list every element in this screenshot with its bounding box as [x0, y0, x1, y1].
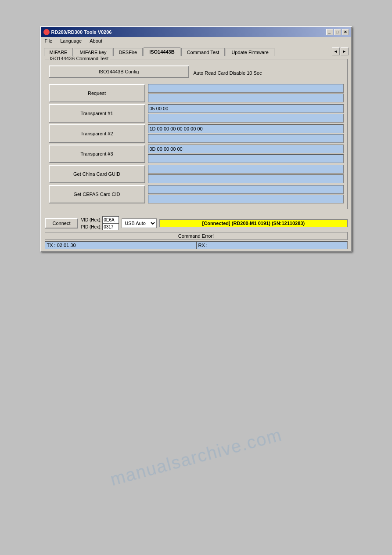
menu-language[interactable]: Language	[58, 38, 83, 44]
content-area: ISO14443B Command Test ISO14443B Config …	[41, 56, 351, 214]
transparent2-inputs	[148, 124, 344, 143]
title-bar-left: RD200/RD300 Tools V0206	[43, 29, 112, 35]
china-guid-input1[interactable]	[148, 165, 344, 174]
request-button[interactable]: Request	[49, 84, 145, 102]
china-guid-inputs	[148, 165, 344, 183]
watermark: manualsarchive.com	[108, 425, 284, 490]
iso14443b-group: ISO14443B Command Test ISO14443B Config …	[45, 59, 348, 209]
close-button[interactable]: ✕	[342, 29, 349, 35]
main-window: RD200/RD300 Tools V0206 _ □ ✕ File Langu…	[40, 26, 352, 252]
transparent2-row: Transparent #2	[49, 124, 344, 143]
title-bar: RD200/RD300 Tools V0206 _ □ ✕	[41, 27, 351, 37]
minimize-button[interactable]: _	[326, 29, 333, 35]
tx-field: TX : 02 01 30	[45, 241, 196, 249]
cepas-cid-input2[interactable]	[148, 195, 344, 203]
group-title: ISO14443B Command Test	[49, 56, 110, 61]
app-icon	[43, 29, 50, 35]
usb-select[interactable]: USB Auto	[122, 218, 157, 228]
title-bar-buttons: _ □ ✕	[326, 29, 349, 35]
china-guid-row: Get China Card GUID	[49, 165, 344, 183]
transparent1-input1[interactable]	[148, 104, 344, 113]
transparent1-inputs	[148, 104, 344, 123]
tabs-row: MIFARE MIFARE key DESFire ISO14443B Comm…	[41, 45, 351, 56]
transparent3-row: Transparent #3	[49, 145, 344, 163]
vid-input[interactable]	[102, 216, 119, 223]
connect-button[interactable]: Connect	[45, 218, 79, 229]
request-input1[interactable]	[148, 84, 344, 93]
connect-row: Connect VID (Hex): PID (Hex): USB Auto […	[45, 216, 348, 230]
cepas-cid-input1[interactable]	[148, 185, 344, 194]
request-inputs	[148, 84, 344, 102]
bottom-section: Connect VID (Hex): PID (Hex): USB Auto […	[41, 214, 351, 251]
maximize-button[interactable]: □	[334, 29, 341, 35]
menu-bar: File Language About	[41, 37, 351, 45]
transparent3-inputs	[148, 145, 344, 163]
tab-prev-button[interactable]: ◄	[332, 47, 340, 55]
request-input2[interactable]	[148, 94, 344, 102]
pid-label: PID (Hex):	[81, 225, 101, 229]
connection-status: [Connected] (RD200-M1 0191) (SN:12110283…	[159, 219, 347, 227]
pid-row: PID (Hex):	[81, 223, 119, 230]
window-title: RD200/RD300 Tools V0206	[51, 29, 112, 35]
transparent3-input2[interactable]	[148, 154, 344, 163]
transparent3-button[interactable]: Transparent #3	[49, 145, 145, 163]
tab-iso14443b[interactable]: ISO14443B	[144, 47, 180, 56]
cepas-cid-row: Get CEPAS Card CID	[49, 185, 344, 203]
rx-field: RX :	[196, 241, 348, 249]
tx-rx-row: TX : 02 01 30 RX :	[45, 241, 348, 249]
iso-config-button[interactable]: ISO14443B Config	[49, 65, 189, 78]
vid-label: VID (Hex):	[81, 218, 101, 222]
cepas-cid-inputs	[148, 185, 344, 203]
menu-file[interactable]: File	[43, 38, 54, 44]
tab-mifare-key[interactable]: MIFARE key	[74, 48, 112, 56]
transparent1-button[interactable]: Transparent #1	[49, 104, 145, 123]
tab-update-firmware[interactable]: Update Firmware	[226, 48, 274, 56]
transparent2-button[interactable]: Transparent #2	[49, 124, 145, 143]
tab-mifare[interactable]: MIFARE	[44, 48, 73, 56]
auto-read-label: Auto Read Card Disable 10 Sec	[194, 70, 262, 76]
china-guid-button[interactable]: Get China Card GUID	[49, 165, 145, 183]
command-error-bar: Command Error!	[45, 232, 348, 240]
transparent1-input2[interactable]	[148, 114, 344, 123]
transparent2-input2[interactable]	[148, 134, 344, 143]
tab-command-test[interactable]: Command Test	[181, 48, 225, 56]
transparent3-input1[interactable]	[148, 145, 344, 153]
tab-next-button[interactable]: ►	[341, 47, 349, 55]
pid-input[interactable]	[102, 223, 119, 230]
tab-nav: ◄ ►	[332, 47, 349, 55]
request-row: Request	[49, 84, 344, 102]
tab-desfire[interactable]: DESFire	[113, 48, 143, 56]
transparent2-input1[interactable]	[148, 124, 344, 133]
china-guid-input2[interactable]	[148, 174, 344, 183]
vid-pid-section: VID (Hex): PID (Hex):	[81, 216, 119, 230]
transparent1-row: Transparent #1	[49, 104, 344, 123]
cepas-cid-button[interactable]: Get CEPAS Card CID	[49, 185, 145, 203]
menu-about[interactable]: About	[88, 38, 104, 44]
vid-row: VID (Hex):	[81, 216, 119, 223]
